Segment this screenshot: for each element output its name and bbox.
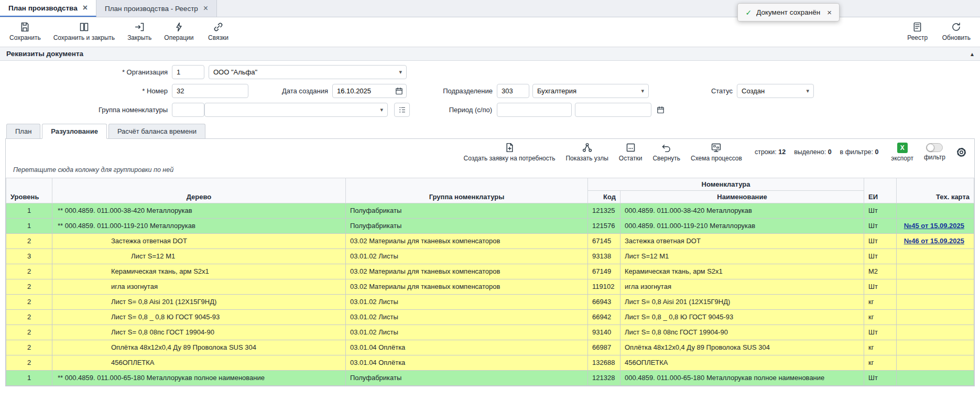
division-label: Подразделение	[398, 84, 493, 98]
cell-level: 2	[6, 340, 52, 355]
table-row[interactable]: 1** 000.4859. 011.000-38-420 Металлорука…	[6, 203, 974, 219]
tab-production-plan-registry[interactable]: План производства - Реестр ×	[96, 0, 217, 17]
header-level[interactable]: Уровень	[6, 178, 52, 203]
collapse-icon[interactable]: ▴	[971, 50, 974, 58]
export-excel-button[interactable]: X экспорт	[891, 143, 913, 162]
tab-time-balance[interactable]: Расчёт баланса времени	[108, 124, 205, 138]
cell-tree: Лист S=12 М1	[52, 249, 346, 264]
group-by-hint[interactable]: Перетащите сюда колонку для группировки …	[6, 164, 974, 178]
save-button[interactable]: Сохранить	[5, 20, 45, 42]
division-select[interactable]: Бухгалтерия ▾	[532, 84, 649, 98]
filter-toggle[interactable]: фильтр	[924, 143, 945, 161]
tab-label: План производства	[8, 4, 78, 12]
create-request-button[interactable]: Создать заявку на потребность	[464, 142, 556, 162]
table-row[interactable]: 2Лист S= 0,8 _ 0,8 Ю ГОСТ 9045-9303.01.0…	[6, 310, 974, 325]
app-window: План производства × План производства - …	[0, 0, 980, 400]
cell-tree: 456ОПЛЕТКА	[52, 355, 346, 371]
cell-tech-card	[897, 279, 974, 295]
stocks-button[interactable]: Остатки	[619, 142, 643, 162]
links-button[interactable]: Связки	[202, 20, 234, 42]
cell-tree: Лист S= 0,8 08пс ГОСТ 19904-90	[52, 325, 346, 340]
creation-date-wrap	[332, 84, 407, 98]
period-to-field[interactable]	[575, 103, 651, 117]
process-scheme-button[interactable]: Схема процессов	[691, 142, 742, 162]
period-calendar-button[interactable]	[656, 103, 669, 117]
cell-code: 93138	[588, 249, 620, 264]
cell-name: Лист S= 0,8 08пс ГОСТ 19904-90	[620, 325, 864, 340]
cell-group: 03.01.02 Листы	[346, 295, 588, 310]
show-nodes-button[interactable]: Показать узлы	[565, 142, 608, 162]
cell-level: 2	[6, 325, 52, 340]
toast-close-icon[interactable]: ×	[827, 8, 832, 17]
tech-card-link[interactable]: №45 от 15.09.2025	[904, 222, 964, 230]
organization-select[interactable]: ООО "Альфа" ▾	[209, 65, 407, 79]
registry-button[interactable]: Реестр	[901, 20, 934, 42]
nomenclature-group-select[interactable]: ▾	[204, 103, 388, 117]
tab-plan[interactable]: План	[6, 124, 40, 138]
table-row[interactable]: 2Лист S= 0,8 Aisi 201 (12Х15Г9НД)03.01.0…	[6, 295, 974, 310]
header-tech-card[interactable]: Тех. карта	[897, 178, 974, 203]
cell-group: 03.02 Материалы для тканевых компенсатор…	[346, 279, 588, 295]
cell-name: Оплётка 48х12х0,4 Ду 89 Проволока SUS 30…	[620, 340, 864, 355]
tab-production-plan[interactable]: План производства ×	[0, 0, 96, 17]
cell-group: 03.01.02 Листы	[346, 249, 588, 264]
table-row[interactable]: 3Лист S=12 М103.01.02 Листы93138Лист S=1…	[6, 249, 974, 264]
division-code-field[interactable]	[497, 84, 529, 98]
table-row[interactable]: 1** 000.4859. 011.000-65-180 Металлорука…	[6, 371, 974, 386]
header-code[interactable]: Код	[588, 191, 620, 203]
process-scheme-icon	[711, 142, 722, 153]
table-row[interactable]: 2456ОПЛЕТКА03.01.04 Оплётка132688456ОПЛЕ…	[6, 355, 974, 371]
close-button[interactable]: Закрыть	[123, 20, 156, 42]
save-and-close-button[interactable]: Сохранить и закрыть	[49, 20, 119, 42]
table-row[interactable]: 2Керамическая ткань, арм S2х103.02 Матер…	[6, 264, 974, 279]
status-select[interactable]: Создан ▾	[737, 84, 814, 98]
refresh-button[interactable]: Обновить	[938, 20, 975, 42]
toggle-knob	[927, 144, 934, 152]
cell-group: 03.01.02 Листы	[346, 310, 588, 325]
document-requisites-header: Реквизиты документа ▴	[0, 47, 980, 61]
chevron-down-icon: ▾	[399, 69, 402, 75]
tab-explosion[interactable]: Разузлование	[42, 124, 107, 139]
nomenclature-group-label: Группа номенклатуры	[31, 103, 168, 117]
table-row[interactable]: 2Лист S= 0,8 08пс ГОСТ 19904-9003.01.02 …	[6, 325, 974, 340]
tab-close-icon[interactable]: ×	[203, 4, 208, 13]
cell-level: 1	[6, 371, 52, 386]
cell-code: 121325	[588, 203, 620, 219]
cell-unit: кг	[864, 310, 897, 325]
exit-door-icon	[134, 21, 145, 33]
nomenclature-group-code-field[interactable]	[172, 103, 204, 117]
tech-card-link[interactable]: №46 от 15.09.2025	[904, 237, 964, 245]
organization-code-field[interactable]	[172, 65, 204, 79]
period-from-field[interactable]	[497, 103, 572, 117]
operations-button[interactable]: Операции	[160, 20, 198, 42]
explosion-panel: Создать заявку на потребность Показать у…	[5, 138, 975, 386]
table-toolbar: Создать заявку на потребность Показать у…	[6, 139, 974, 164]
tab-close-icon[interactable]: ×	[83, 4, 88, 12]
cell-tree: Лист S= 0,8 _ 0,8 Ю ГОСТ 9045-93	[52, 310, 346, 325]
cell-tree: игла изогнутая	[52, 279, 346, 295]
toggle-switch-icon	[926, 143, 943, 152]
table-row[interactable]: 2Оплётка 48х12х0,4 Ду 89 Проволока SUS 3…	[6, 340, 974, 355]
header-unit[interactable]: ЕИ	[864, 178, 897, 203]
table-row[interactable]: 1** 000.4859. 011.000-119-210 Металлорук…	[6, 219, 974, 234]
document-form: * Организация ООО "Альфа" ▾ * Номер Дата…	[0, 61, 980, 120]
cell-name: 000.4859. 011.000-65-180 Металлорукав по…	[620, 371, 864, 386]
cell-tree: Лист S= 0,8 Aisi 201 (12Х15Г9НД)	[52, 295, 346, 310]
header-nomenclature[interactable]: Номенклатура	[588, 178, 864, 191]
cell-tree: Керамическая ткань, арм S2х1	[52, 264, 346, 279]
collapse-rows-button[interactable]: Свернуть	[652, 142, 680, 162]
table-row[interactable]: 2Застежка ответная DOT03.02 Материалы дл…	[6, 234, 974, 249]
header-tree[interactable]: Дерево	[52, 178, 346, 203]
table-row[interactable]: 2игла изогнутая03.02 Материалы для ткане…	[6, 279, 974, 295]
settings-gear-button[interactable]	[956, 147, 967, 158]
status-label: Статус	[655, 84, 733, 98]
cell-level: 2	[6, 310, 52, 325]
cell-code: 67149	[588, 264, 620, 279]
organization-label: * Организация	[31, 65, 168, 79]
cell-level: 2	[6, 264, 52, 279]
cell-level: 2	[6, 279, 52, 295]
header-group[interactable]: Группа номенклатуры	[346, 178, 588, 203]
header-name[interactable]: Наименование	[620, 191, 864, 203]
cell-name: 456ОПЛЕТКА	[620, 355, 864, 371]
cell-tech-card: №45 от 15.09.2025	[897, 219, 974, 234]
